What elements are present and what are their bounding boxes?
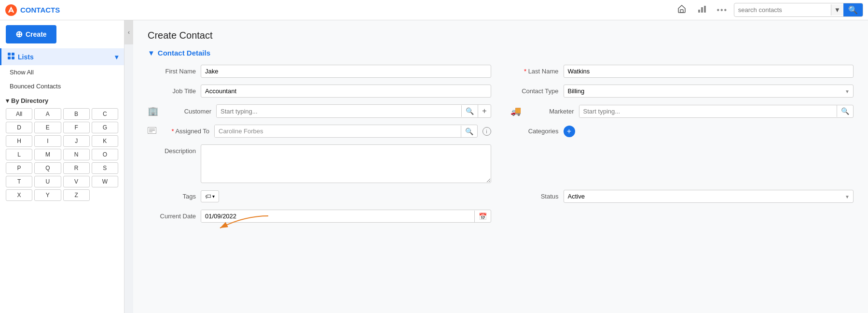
current-date-label: Current Date: [148, 213, 196, 220]
svg-rect-3: [701, 7, 703, 13]
customer-search-icon: 🔍: [466, 107, 474, 115]
directory-btn-y[interactable]: Y: [34, 189, 61, 201]
tags-label: Tags: [148, 193, 196, 200]
customer-label: Customer: [163, 108, 211, 115]
directory-btn-b[interactable]: B: [63, 108, 90, 120]
directory-btn-f[interactable]: F: [63, 122, 90, 133]
sidebar-collapse-button[interactable]: ‹: [124, 20, 133, 44]
marketer-group: 🚚 Marketer 🔍: [510, 104, 854, 118]
directory-btn-d[interactable]: D: [6, 122, 32, 133]
svg-point-0: [5, 4, 17, 16]
tag-icon: 🏷: [205, 193, 211, 200]
customer-search-button[interactable]: 🔍: [461, 105, 478, 117]
form-row-7: Current Date 📅: [148, 210, 854, 223]
customer-input[interactable]: [217, 105, 461, 117]
search-go-button[interactable]: 🔍: [843, 3, 863, 16]
categories-label: Categories: [510, 128, 559, 135]
customer-group: 🏢 Customer 🔍 +: [148, 104, 491, 118]
directory-btn-o[interactable]: O: [92, 149, 118, 160]
date-input-wrapper: 📅: [201, 210, 491, 223]
chevron-down-icon: ▼: [834, 6, 840, 14]
marketer-input[interactable]: [579, 105, 837, 117]
directory-btn-s[interactable]: S: [92, 162, 118, 174]
search-bar: ▼ 🔍: [734, 3, 863, 17]
last-name-label: Last Name: [510, 68, 559, 75]
directory-btn-a[interactable]: A: [34, 108, 61, 120]
directory-btn-p[interactable]: P: [6, 162, 32, 174]
search-input[interactable]: [734, 4, 831, 15]
directory-btn-h[interactable]: H: [6, 135, 32, 147]
marketer-search-button[interactable]: 🔍: [837, 105, 853, 117]
directory-btn-all[interactable]: All: [6, 108, 32, 120]
directory-btn-j[interactable]: J: [63, 135, 90, 147]
assigned-to-input[interactable]: [215, 125, 461, 137]
first-name-label: First Name: [148, 68, 196, 75]
contact-type-select-wrapper: Billing Primary Other: [564, 85, 854, 98]
assigned-to-info-button[interactable]: i: [482, 127, 491, 136]
form-row-1: First Name Last Name: [148, 65, 854, 78]
first-name-input[interactable]: [201, 65, 491, 78]
contact-details-header[interactable]: ▼ Contact Details: [148, 49, 854, 57]
lists-label: Lists: [18, 53, 34, 61]
more-button[interactable]: •••: [714, 1, 731, 19]
directory-btn-q[interactable]: Q: [34, 162, 61, 174]
bounced-contacts-label: Bounced Contacts: [10, 83, 61, 90]
directory-btn-c[interactable]: C: [92, 108, 118, 120]
app-title: CONTACTS: [20, 6, 60, 14]
search-dropdown-button[interactable]: ▼: [831, 4, 843, 15]
status-select-wrapper: Active Inactive: [564, 190, 854, 203]
contact-type-select[interactable]: Billing Primary Other: [564, 85, 854, 98]
directory-btn-v[interactable]: V: [63, 176, 90, 187]
home-button[interactable]: [673, 1, 690, 19]
sidebar-show-all[interactable]: Show All: [0, 65, 124, 79]
tags-button[interactable]: 🏷 ▾: [201, 190, 219, 202]
customer-add-button[interactable]: +: [478, 105, 490, 117]
directory-btn-e[interactable]: E: [34, 122, 61, 133]
svg-rect-5: [8, 53, 11, 56]
categories-add-button[interactable]: +: [564, 126, 575, 137]
directory-btn-l[interactable]: L: [6, 149, 32, 160]
directory-btn-m[interactable]: M: [34, 149, 61, 160]
chart-icon: [697, 4, 707, 16]
description-textarea[interactable]: [201, 144, 491, 183]
directory-btn-k[interactable]: K: [92, 135, 118, 147]
section-title: Contact Details: [158, 49, 210, 57]
home-icon: [677, 4, 687, 16]
directory-btn-n[interactable]: N: [63, 149, 90, 160]
svg-rect-6: [12, 53, 14, 56]
marketer-input-wrapper: 🔍: [579, 105, 854, 118]
sidebar-lists-section: Lists ▾ Show All Bounced Contacts: [0, 48, 124, 93]
directory-grid: AllABCDEFGHIJKLMNOPQRSTUVWXYZ: [6, 108, 118, 201]
top-navigation: CONTACTS ••• ▼ 🔍: [0, 0, 868, 20]
directory-btn-t[interactable]: T: [6, 176, 32, 187]
directory-btn-r[interactable]: R: [63, 162, 90, 174]
sidebar-bounced-contacts[interactable]: Bounced Contacts: [0, 79, 124, 93]
charts-button[interactable]: [693, 1, 711, 19]
status-select[interactable]: Active Inactive: [564, 190, 854, 203]
directory-btn-i[interactable]: I: [34, 135, 61, 147]
calendar-button[interactable]: 📅: [474, 211, 491, 222]
date-input[interactable]: [201, 210, 474, 222]
job-title-input[interactable]: [201, 85, 491, 98]
assigned-to-search-icon: 🔍: [465, 128, 473, 135]
sidebar-lists-header[interactable]: Lists ▾: [0, 48, 124, 65]
customer-add-icon: +: [482, 107, 486, 115]
assigned-to-input-wrapper: 🔍: [214, 125, 478, 138]
sidebar-directory-header[interactable]: ▾ By Directory: [6, 97, 118, 104]
create-button[interactable]: ⊕ Create: [6, 25, 56, 43]
tags-group: Tags 🏷 ▾: [148, 190, 491, 203]
directory-btn-z[interactable]: Z: [63, 189, 90, 201]
contact-type-group: Contact Type Billing Primary Other: [510, 85, 854, 98]
customer-input-wrapper: 🔍 +: [216, 104, 491, 118]
last-name-input[interactable]: [564, 65, 854, 78]
directory-btn-u[interactable]: U: [34, 176, 61, 187]
assigned-to-search-button[interactable]: 🔍: [461, 126, 477, 137]
description-group: Description: [148, 144, 491, 183]
svg-rect-2: [698, 10, 700, 13]
directory-btn-x[interactable]: X: [6, 189, 32, 201]
directory-btn-g[interactable]: G: [92, 122, 118, 133]
sidebar: ⊕ Create Lists ▾ Show All Bounced Contac…: [0, 20, 124, 313]
main-content: Create Contact ▼ Contact Details First N…: [133, 20, 868, 313]
plus-icon: ⊕: [15, 29, 23, 40]
directory-btn-w[interactable]: W: [92, 176, 118, 187]
